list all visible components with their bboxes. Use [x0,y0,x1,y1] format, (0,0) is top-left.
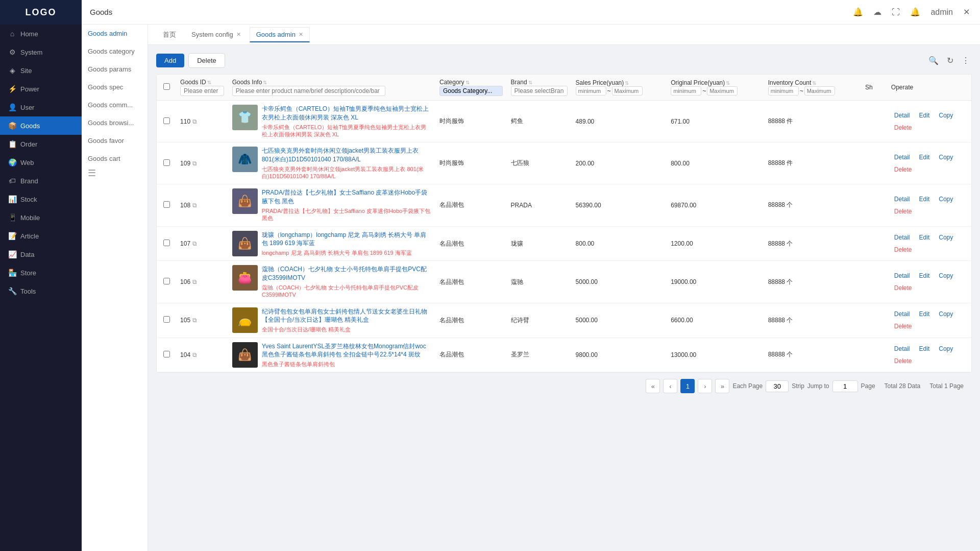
copy-id-btn[interactable]: ⧉ [192,118,197,125]
delete-row-button[interactable]: Delete [891,245,915,254]
sidebar-item-stock[interactable]: 📊 Stock [0,190,82,208]
copy-button[interactable]: Copy [936,195,956,204]
page-first-btn[interactable]: « [646,379,660,393]
row-checkbox[interactable] [163,351,170,357]
sub-sidebar-item-goods-admin[interactable]: Goods admin [82,25,148,42]
each-page-input[interactable] [766,380,789,392]
edit-button[interactable]: Edit [916,111,933,120]
delete-row-button[interactable]: Delete [891,356,915,366]
sub-sidebar-item-goods-spec[interactable]: Goods spec [82,78,148,96]
row-checkbox[interactable] [163,316,170,323]
settings-icon[interactable]: 🔔 [908,5,922,19]
tab-system-config[interactable]: System config ✕ [185,27,248,42]
goods-title-link[interactable]: 纪诗臂包包女包单肩包女士斜挎包情人节送女女老婆生日礼物【全国十合/当次日达】珊瑚… [262,308,427,324]
sort-sales-icon[interactable]: ⇅ [625,80,629,86]
sidebar-item-mobile[interactable]: 📱 Mobile [0,208,82,227]
sidebar-item-site[interactable]: ◈ Site [0,61,82,80]
sidebar-item-data[interactable]: 📈 Data [0,245,82,263]
delete-button[interactable]: Delete [188,53,225,68]
filter-sales-max[interactable] [612,86,643,95]
sidebar-item-goods[interactable]: 📦 Goods [0,116,82,135]
sidebar-item-article[interactable]: 📝 Article [0,227,82,245]
delete-row-button[interactable]: Delete [891,165,915,174]
select-all-checkbox[interactable] [163,83,170,90]
copy-id-btn[interactable]: ⧉ [192,160,197,167]
search-icon[interactable]: 🔍 [926,54,941,67]
delete-row-button[interactable]: Delete [891,207,915,216]
detail-button[interactable]: Detail [891,195,913,204]
sort-brand-icon[interactable]: ⇅ [528,80,532,85]
tab-home[interactable]: 首页 [156,27,183,43]
tab-system-config-close[interactable]: ✕ [236,31,241,38]
sub-sidebar-item-goods-category[interactable]: Goods category [82,42,148,60]
sidebar-item-brand[interactable]: 🏷 Brand [0,172,82,190]
close-icon[interactable]: ✕ [961,5,972,19]
filter-original-max[interactable] [707,86,738,95]
sub-sidebar-item-goods-favor[interactable]: Goods favor [82,132,148,150]
filter-sales-min[interactable] [576,86,606,95]
copy-button[interactable]: Copy [936,344,956,353]
tab-goods-admin-close[interactable]: ✕ [299,31,303,38]
row-checkbox[interactable] [163,201,170,208]
copy-button[interactable]: Copy [936,233,956,242]
edit-button[interactable]: Edit [916,344,933,353]
detail-button[interactable]: Detail [891,111,913,120]
sort-original-icon[interactable]: ⇅ [726,80,730,86]
row-checkbox[interactable] [163,239,170,246]
refresh-icon[interactable]: ↻ [945,54,955,67]
sidebar-item-store[interactable]: 🏪 Store [0,263,82,282]
filter-category[interactable] [439,86,503,96]
edit-button[interactable]: Edit [916,271,933,280]
sub-sidebar-item-goods-browsi[interactable]: Goods browsi... [82,114,148,132]
page-1-btn[interactable]: 1 [680,379,695,393]
copy-button[interactable]: Copy [936,309,956,319]
sidebar-item-tools[interactable]: 🔧 Tools [0,282,82,300]
sidebar-item-system[interactable]: ⚙ System [0,43,82,61]
jump-page-input[interactable] [832,380,858,392]
detail-button[interactable]: Detail [891,271,913,280]
sidebar-item-power[interactable]: ⚡ Power [0,80,82,98]
page-prev-btn[interactable]: ‹ [663,379,677,393]
copy-button[interactable]: Copy [936,153,956,162]
sub-sidebar-item-goods-cart[interactable]: Goods cart [82,150,148,167]
notification-icon[interactable]: 🔔 [851,5,865,19]
goods-title-link[interactable]: 七匹狼夹克男外套时尚休闲立领jacket男装工装衣服男上衣 801(米白)1D1… [262,147,419,163]
goods-title-link[interactable]: 蔻驰（COACH）七夕礼物 女士小号托特包单肩手提包PVC配皮C3599IMOT… [262,266,427,281]
detail-button[interactable]: Detail [891,153,913,162]
sort-goods-id-icon[interactable]: ⇅ [207,80,211,85]
copy-id-btn[interactable]: ⧉ [192,240,197,247]
goods-title-link[interactable]: 珑骧（longchamp）longchamp 尼龙 高马刺绣 长柄大号 单肩包 … [262,231,427,247]
upload-icon[interactable]: ☁ [871,5,884,19]
sidebar-item-user[interactable]: 👤 User [0,98,82,116]
edit-button[interactable]: Edit [916,195,933,204]
goods-title-link[interactable]: Yves Saint LaurentYSL圣罗兰格纹林女包Monogram信封w… [262,343,426,358]
copy-button[interactable]: Copy [936,271,956,280]
filter-inventory-max[interactable] [804,86,835,95]
sidebar-item-home[interactable]: ⌂ Home [0,25,82,43]
copy-id-btn[interactable]: ⧉ [192,351,197,358]
filter-goods-info[interactable] [232,86,385,96]
filter-inventory-min[interactable] [768,86,799,95]
page-next-btn[interactable]: › [698,379,712,393]
row-checkbox[interactable] [163,278,170,284]
edit-button[interactable]: Edit [916,309,933,319]
copy-id-btn[interactable]: ⧉ [192,317,197,324]
detail-button[interactable]: Detail [891,309,913,319]
edit-button[interactable]: Edit [916,233,933,242]
tab-goods-admin[interactable]: Goods admin ✕ [250,27,310,42]
copy-id-btn[interactable]: ⧉ [192,202,197,209]
sort-goods-info-icon[interactable]: ⇅ [263,80,267,85]
copy-button[interactable]: Copy [936,111,956,120]
row-checkbox[interactable] [163,159,170,166]
delete-row-button[interactable]: Delete [891,322,915,331]
goods-title-link[interactable]: 卡帝乐鳄鱼（CARTELO）短袖T恤男夏季纯色短袖男士宽松上衣男松上衣面领休闲男… [262,105,429,121]
fullscreen-icon[interactable]: ⛶ [890,6,902,19]
detail-button[interactable]: Detail [891,344,913,353]
columns-icon[interactable]: ⋮ [960,54,972,67]
add-button[interactable]: Add [156,54,184,67]
row-checkbox[interactable] [163,117,170,124]
copy-id-btn[interactable]: ⧉ [192,278,197,285]
goods-title-link[interactable]: PRADA/普拉达【七夕礼物】女士Saffiano 皮革迷你Hobo手袋腋下包 … [262,189,428,205]
collapse-sidebar-btn[interactable]: ☰ [82,167,148,183]
edit-button[interactable]: Edit [916,153,933,162]
